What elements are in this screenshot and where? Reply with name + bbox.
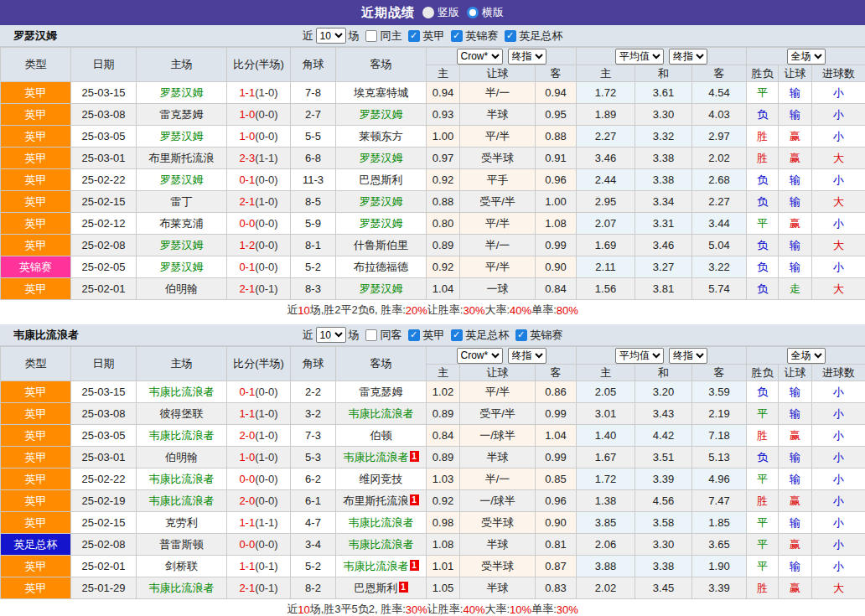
avg-away: 5.74: [692, 278, 747, 300]
halftime-score: (1-0): [255, 86, 277, 99]
sub-column-header: 让球: [460, 65, 536, 82]
odds-handicap: 平/半: [460, 256, 536, 278]
title-bar: 近期战绩 竖版 横版: [0, 0, 865, 25]
corner-cell: 2-7: [291, 104, 336, 126]
away-team: 罗瑟汉姆: [336, 191, 427, 213]
odds-time-select[interactable]: 终指: [508, 49, 546, 65]
date-cell: 25-03-08: [71, 104, 137, 126]
odds-handicap: 平手: [460, 169, 536, 191]
filter-controls: 近10场同主✓英甲✓英锦赛✓英足总杯: [0, 28, 865, 44]
summary-text: 近: [287, 602, 298, 616]
sub-column-header: 客: [692, 365, 747, 381]
score-cell: 2-0(1-0): [227, 425, 291, 447]
avg-away: 1.85: [692, 512, 747, 534]
home-team: 罗瑟汉姆: [137, 82, 227, 104]
radio-horizontal-icon[interactable]: [467, 7, 479, 18]
avg-away: 4.54: [692, 82, 747, 104]
corner-cell: 5-9: [291, 213, 336, 235]
avg-draw: 3.39: [635, 468, 692, 490]
avg-draw: 3.43: [635, 403, 692, 425]
odds-handicap: 一球: [460, 278, 536, 300]
avg-draw: 3.20: [635, 381, 692, 403]
avg-draw: 3.58: [635, 512, 692, 534]
fulltime-score: 1-0: [239, 108, 255, 121]
corner-cell: 6-2: [291, 468, 336, 490]
result-goals: 大: [812, 235, 865, 256]
odds-home: 1.08: [427, 534, 460, 556]
odds-home: 0.80: [427, 213, 460, 235]
section-summary: 近10场,胜2平2负6, 胜率:20% 让胜率:30% 大率:40% 单率:80…: [0, 300, 865, 320]
league-checkbox[interactable]: ✓: [408, 329, 420, 341]
summary-text: 30%: [406, 603, 427, 616]
match-row: 英甲25-02-01剑桥联1-1(0-1)5-2韦康比流浪者11.01受半球0.…: [1, 556, 865, 577]
avg-draw: 3.51: [635, 447, 692, 468]
fulltime-score: 0-0: [239, 538, 255, 551]
avg-away: 4.03: [692, 104, 747, 126]
games-suffix-label: 场: [349, 328, 360, 343]
odds-source-select[interactable]: Crow*: [457, 49, 503, 65]
fulltime-score: 1-1: [239, 516, 255, 529]
layout-option-vertical[interactable]: 竖版: [422, 5, 459, 20]
league-checkbox[interactable]: ✓: [408, 30, 420, 42]
odds-away: 0.99: [536, 235, 577, 256]
odds-time-select[interactable]: 终指: [508, 348, 546, 364]
home-team: 罗瑟汉姆: [137, 256, 227, 278]
avg-source-select[interactable]: 平均值: [615, 348, 664, 364]
layout-option-horizontal[interactable]: 横版: [467, 5, 504, 20]
same-side-checkbox[interactable]: [365, 30, 377, 42]
result-handicap: 输: [779, 235, 812, 256]
fulltime-score: 1-0: [239, 451, 255, 463]
same-side-label: 同主: [381, 28, 402, 44]
avg-draw: 3.30: [635, 534, 692, 556]
odds-away: 1.00: [536, 191, 577, 213]
league-checkbox[interactable]: ✓: [451, 329, 463, 341]
result-goals: 小: [812, 381, 865, 403]
result-scope-select[interactable]: 全场: [787, 348, 826, 364]
halftime-score: (1-0): [255, 429, 277, 442]
home-team: 罗瑟汉姆: [137, 235, 227, 256]
result-handicap: 走: [779, 278, 812, 300]
column-header: 比分(半场): [227, 48, 291, 82]
avg-time-select[interactable]: 终指: [669, 49, 707, 65]
result-outcome: 负: [747, 104, 779, 126]
summary-text: 单率:: [531, 303, 557, 318]
games-count-select[interactable]: 10: [316, 327, 346, 343]
result-outcome: 胜: [747, 126, 779, 148]
home-team: 布里斯托流浪: [137, 148, 227, 169]
odds-away: 0.90: [536, 512, 577, 534]
result-scope-select[interactable]: 全场: [787, 49, 826, 65]
league-checkbox[interactable]: ✓: [451, 30, 463, 42]
avg-away: 3.22: [692, 256, 747, 278]
date-cell: 25-03-08: [71, 403, 137, 425]
avg-draw: 3.45: [635, 577, 692, 599]
avg-time-select[interactable]: 终指: [669, 348, 707, 364]
odds-handicap: 受半球: [460, 556, 536, 577]
avg-home: 1.72: [577, 468, 635, 490]
league-checkbox-label: 英甲: [423, 28, 445, 44]
result-handicap: 赢: [779, 213, 812, 235]
avg-source-select[interactable]: 平均值: [615, 49, 664, 65]
halftime-score: (1-1): [255, 152, 277, 164]
odds-away: 1.04: [536, 425, 577, 447]
games-count-select[interactable]: 10: [316, 28, 346, 44]
avg-home: 2.05: [577, 381, 635, 403]
radio-vertical-icon[interactable]: [422, 7, 434, 18]
match-row: 英甲25-02-01伯明翰2-1(0-1)8-3罗瑟汉姆1.04一球0.841.…: [1, 278, 865, 300]
date-cell: 25-02-08: [71, 235, 137, 256]
league-checkbox[interactable]: ✓: [505, 30, 516, 42]
odds-handicap: 受平/半: [460, 191, 536, 213]
corner-cell: 7-3: [291, 425, 336, 447]
date-cell: 25-03-15: [71, 82, 137, 104]
odds-source-select[interactable]: Crow*: [457, 348, 503, 364]
sub-column-header: 主: [427, 65, 460, 82]
summary-text: 20%: [406, 304, 427, 317]
result-goals: 小: [812, 213, 865, 235]
result-handicap: 赢: [779, 490, 812, 512]
same-side-checkbox[interactable]: [365, 329, 377, 341]
avg-home: 1.72: [577, 82, 635, 104]
result-outcome: 平: [747, 556, 779, 577]
summary-text: 10: [298, 304, 309, 317]
odds-away: 0.85: [536, 468, 577, 490]
fulltime-score: 1-2: [239, 239, 255, 251]
league-checkbox[interactable]: ✓: [515, 329, 527, 341]
